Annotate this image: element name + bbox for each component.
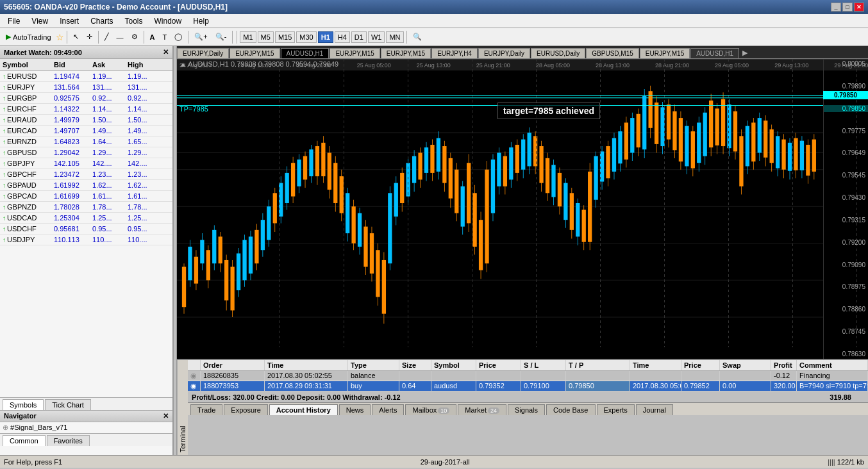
term-tab-trade[interactable]: Trade <box>190 404 222 415</box>
price-0.78630: 0.78630 <box>824 350 868 358</box>
mw-ask-15: 110.... <box>90 235 125 244</box>
term-tab-alerts[interactable]: Alerts <box>372 404 404 415</box>
chart-tab-3[interactable]: EURJPY,M15 <box>330 48 380 58</box>
tf-mn[interactable]: MN <box>386 31 403 43</box>
term-tab-journal[interactable]: Journal <box>636 404 673 415</box>
separator6 <box>237 31 237 44</box>
nav-tab-common[interactable]: Common <box>3 435 46 446</box>
draw-tools[interactable]: ⚙ <box>128 31 141 43</box>
expert-icon[interactable]: ☆ <box>56 32 64 42</box>
mw-row-8[interactable]: ↑GBPJPY 142.105 142.... 142.... <box>0 158 172 169</box>
mw-row-2[interactable]: ↑EURGBP 0.92575 0.92... 0.92... <box>0 93 172 104</box>
td-price2-0 <box>681 371 720 381</box>
mw-high-0: 1.19... <box>125 72 160 81</box>
menu-insert[interactable]: Insert <box>54 15 84 27</box>
mw-row-10[interactable]: ↑GBPAUD 1.61992 1.62... 1.62... <box>0 180 172 191</box>
chart-tab-1[interactable]: EURJPY,M15 <box>230 48 280 58</box>
term-tab-mailbox[interactable]: Mailbox10 <box>405 404 456 415</box>
mw-row-9[interactable]: ↑GBPCHF 1.23472 1.23... 1.23... <box>0 169 172 180</box>
chart-tab-2[interactable]: AUDUSD,H1 <box>281 48 330 58</box>
term-tab-codebase[interactable]: Code Base <box>546 404 595 415</box>
nav-tab-favorites[interactable]: Favorites <box>47 435 90 446</box>
hline-tool[interactable]: — <box>113 31 127 43</box>
chart-tab-10[interactable]: AUDUSD,H1 <box>690 48 739 58</box>
chart-tab-4[interactable]: EURJPY,M15 <box>381 48 431 58</box>
mw-row-7[interactable]: ↑GBPUSD 1.29042 1.29... 1.29... <box>0 147 172 158</box>
mw-row-12[interactable]: ↑GBPNZD 1.78028 1.78... 1.78... <box>0 202 172 213</box>
mw-row-4[interactable]: ↑EURAUD 1.49979 1.50... 1.50... <box>0 115 172 126</box>
tf-d1[interactable]: D1 <box>351 31 367 43</box>
term-tab-market[interactable]: Market24 <box>458 404 506 415</box>
price-0.79890: 0.79890 <box>824 83 868 90</box>
tf-m5[interactable]: M5 <box>258 31 274 43</box>
mw-row-1[interactable]: ↑EURJPY 131.564 131.... 131.... <box>0 82 172 93</box>
menu-window[interactable]: Window <box>149 15 187 27</box>
chart-tab-7[interactable]: EURUSD,Daily <box>531 48 585 58</box>
chart-canvas[interactable]: ▲ AUDUSD,H1 0.79808 0.79808 0.79594 0.79… <box>177 59 868 359</box>
mw-row-15[interactable]: ↑USDJPY 110.113 110.... 110.... <box>0 234 172 245</box>
mw-symbol-12: ↑GBPNZD <box>0 202 51 211</box>
maximize-button[interactable]: □ <box>842 3 853 12</box>
close-mw-icon[interactable]: ✕ <box>163 48 169 56</box>
td-price-1: 0.79352 <box>476 381 521 391</box>
close-button[interactable]: ✕ <box>854 3 864 12</box>
menu-tools[interactable]: Tools <box>120 15 148 27</box>
search-button[interactable]: 🔍 <box>410 31 425 43</box>
mw-row-0[interactable]: ↑EURUSD 1.19474 1.19... 1.19... <box>0 71 172 82</box>
term-tab-news[interactable]: News <box>339 404 371 415</box>
text-tool[interactable]: A <box>147 31 158 43</box>
mw-high-4: 1.50... <box>125 115 160 124</box>
mw-row-5[interactable]: ↑EURCAD 1.49707 1.49... 1.49... <box>0 126 172 136</box>
term-tab-exposure[interactable]: Exposure <box>224 404 267 415</box>
mw-bid-13: 1.25304 <box>51 213 90 222</box>
zoom-in[interactable]: 🔍+ <box>191 31 210 43</box>
chart-tab-arrow[interactable]: ▶ <box>740 47 750 58</box>
mw-ask-3: 1.14... <box>90 104 125 113</box>
mw-row-14[interactable]: ↑USDCHF 0.95681 0.95... 0.95... <box>0 224 172 234</box>
close-nav-icon[interactable]: ✕ <box>163 412 169 420</box>
chart-tab-5[interactable]: EURJPY,H4 <box>431 48 478 58</box>
ellipse-tool[interactable]: ◯ <box>171 31 185 43</box>
mw-bid-6: 1.64823 <box>51 137 90 146</box>
term-tab-signals[interactable]: Signals <box>508 404 545 415</box>
mw-row-11[interactable]: ↑GBPCAD 1.61699 1.61... 1.61... <box>0 191 172 202</box>
menu-view[interactable]: View <box>26 15 53 27</box>
mw-ask-9: 1.23... <box>90 170 125 179</box>
mw-row-3[interactable]: ↑EURCHF 1.14322 1.14... 1.14... <box>0 104 172 115</box>
minimize-button[interactable]: _ <box>831 3 841 12</box>
term-tab-experts[interactable]: Experts <box>597 404 635 415</box>
mw-ask-14: 0.95... <box>90 224 125 233</box>
menu-charts[interactable]: Charts <box>85 15 118 27</box>
label-tool[interactable]: T <box>159 31 170 43</box>
mailbox-badge: 10 <box>438 407 449 414</box>
tab-tick-chart[interactable]: Tick Chart <box>45 399 91 410</box>
chart-tab-6[interactable]: EURJPY,Daily <box>478 48 530 58</box>
crosshair-tool[interactable]: ✛ <box>83 31 96 43</box>
term-tab-account-history[interactable]: Account History <box>269 404 338 415</box>
terminal-row-0[interactable]: ◉ 188260835 2017.08.30 05:02:55 balance … <box>188 371 868 381</box>
tf-h1[interactable]: H1 <box>318 31 333 43</box>
td-comment-0: Financing <box>797 371 868 381</box>
window-controls[interactable]: _ □ ✕ <box>831 3 864 12</box>
mw-row-6[interactable]: ↑EURNZD 1.64823 1.64... 1.65... <box>0 136 172 147</box>
tf-m30[interactable]: M30 <box>296 31 316 43</box>
zoom-out[interactable]: 🔍- <box>212 31 230 43</box>
tf-h4[interactable]: H4 <box>335 31 350 43</box>
chart-tab-9[interactable]: EURJPY,M15 <box>640 48 690 58</box>
chart-tab-0[interactable]: EURJPY,Daily <box>177 48 229 58</box>
menu-file[interactable]: File <box>3 15 25 27</box>
cursor-tool[interactable]: ↖ <box>70 31 82 43</box>
mw-row-13[interactable]: ↑USDCAD 1.25304 1.25... 1.25... <box>0 213 172 224</box>
navigator-header: Navigator ✕ <box>0 411 172 422</box>
td-time2-0 <box>630 371 681 381</box>
menu-help[interactable]: Help <box>188 15 214 27</box>
chart-tab-8[interactable]: GBPUSD,M15 <box>586 48 638 58</box>
tf-m1[interactable]: M1 <box>240 31 256 43</box>
mw-high-1: 131.... <box>125 83 160 92</box>
tf-m15[interactable]: M15 <box>275 31 295 43</box>
tf-w1[interactable]: W1 <box>368 31 385 43</box>
tab-symbols[interactable]: Symbols <box>3 399 44 411</box>
autotrading-button[interactable]: ▶ AutoTrading <box>3 31 54 43</box>
terminal-row-1[interactable]: ◉ 188073953 2017.08.29 09:31:31 buy 0.64… <box>188 381 868 391</box>
line-tool[interactable]: ╱ <box>101 31 112 43</box>
